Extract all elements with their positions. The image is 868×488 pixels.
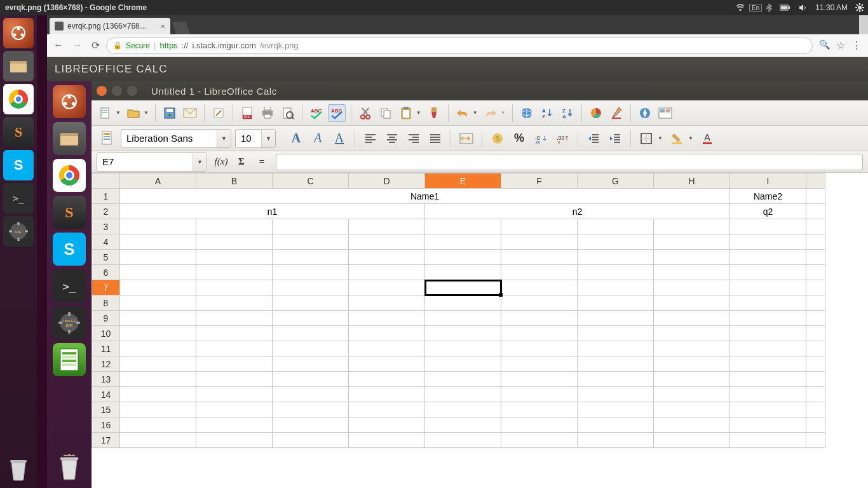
browser-tab-active[interactable]: evrqk.png (868×488… × [50, 18, 170, 34]
files-icon[interactable] [53, 122, 86, 155]
cell[interactable] [349, 341, 425, 356]
cell[interactable] [730, 265, 806, 280]
cell[interactable] [120, 280, 196, 295]
row-header[interactable]: 11 [92, 341, 120, 356]
cell[interactable] [425, 219, 501, 234]
cell[interactable] [730, 402, 806, 417]
cell[interactable] [501, 219, 578, 234]
cell[interactable] [120, 250, 196, 265]
cell[interactable] [273, 311, 349, 326]
font-name-combo[interactable]: ▼ [121, 129, 231, 148]
row-header[interactable]: 7 [92, 280, 120, 295]
javaee-ide-icon[interactable]: IDE [3, 216, 34, 247]
column-header[interactable]: E [425, 173, 501, 189]
cell[interactable] [196, 433, 273, 448]
cell[interactable] [196, 402, 273, 417]
volume-icon[interactable] [795, 4, 811, 11]
cell[interactable] [273, 295, 349, 311]
spellcheck-icon[interactable]: ABC [308, 104, 325, 122]
chrome-icon[interactable] [53, 159, 86, 192]
row-header[interactable]: 15 [92, 402, 120, 417]
cell[interactable] [578, 250, 654, 265]
cell[interactable] [425, 372, 501, 387]
language-indicator[interactable]: En [749, 4, 762, 12]
cell[interactable] [730, 417, 806, 433]
cell[interactable] [425, 387, 501, 402]
cell[interactable] [654, 280, 730, 295]
cell[interactable] [425, 402, 501, 417]
cell[interactable] [425, 311, 501, 326]
cell[interactable] [120, 326, 196, 341]
cell[interactable] [730, 387, 806, 402]
align-justify-icon[interactable] [426, 130, 444, 147]
cell[interactable] [349, 280, 425, 295]
cell[interactable] [349, 402, 425, 417]
cell[interactable] [501, 341, 578, 356]
cell[interactable] [501, 295, 578, 311]
chart-icon[interactable] [587, 104, 605, 122]
cell[interactable] [196, 280, 273, 295]
cell[interactable] [730, 280, 806, 295]
cell[interactable] [349, 417, 425, 433]
wifi-icon[interactable] [731, 3, 749, 12]
cell[interactable] [120, 341, 196, 356]
cell[interactable] [349, 326, 425, 341]
cell[interactable] [425, 356, 501, 372]
name-box-input[interactable] [97, 156, 193, 167]
cell[interactable] [273, 356, 349, 372]
row-header[interactable]: 10 [92, 326, 120, 341]
cell[interactable] [654, 234, 730, 250]
cell[interactable] [273, 341, 349, 356]
skype-icon[interactable]: S [53, 233, 86, 266]
address-bar[interactable]: 🔒 Secure | https://i.stack.imgur.com/evr… [106, 37, 813, 54]
dash-icon[interactable] [3, 18, 34, 48]
window-close-button[interactable] [97, 86, 107, 96]
cell[interactable] [196, 219, 273, 234]
cell[interactable] [425, 326, 501, 341]
cell[interactable] [578, 433, 654, 448]
cell[interactable] [273, 280, 349, 295]
cell[interactable] [578, 372, 654, 387]
font-name-input[interactable] [121, 133, 217, 144]
cell[interactable] [654, 372, 730, 387]
row-header[interactable]: 4 [92, 234, 120, 250]
cell[interactable] [578, 387, 654, 402]
battery-icon[interactable] [776, 4, 795, 11]
name-box[interactable]: ▼ [97, 152, 207, 172]
paste-icon[interactable] [397, 104, 415, 122]
back-button[interactable]: ← [53, 39, 64, 51]
cell[interactable] [120, 219, 196, 234]
email-icon[interactable] [181, 104, 199, 122]
remove-decimal-icon[interactable]: .00.0 [553, 130, 571, 147]
sublime-icon[interactable]: S [53, 196, 86, 229]
cell[interactable] [578, 326, 654, 341]
skype-icon[interactable]: S [3, 150, 34, 180]
cell[interactable]: n1 [120, 204, 425, 219]
percent-icon[interactable]: % [510, 130, 528, 147]
cell[interactable]: q2 [730, 204, 806, 219]
cell[interactable] [654, 326, 730, 341]
sort-asc-icon[interactable]: AZ [538, 104, 556, 122]
cell[interactable] [196, 250, 273, 265]
column-header[interactable]: B [196, 173, 273, 189]
styles-icon[interactable] [97, 128, 117, 149]
save-icon[interactable] [161, 104, 179, 122]
zoom-icon[interactable]: 🔍 [819, 39, 830, 51]
font-color-icon[interactable]: A [698, 130, 716, 147]
chevron-down-icon[interactable]: ▼ [261, 130, 275, 147]
add-decimal-icon[interactable]: .0.00 [532, 130, 550, 147]
row-header[interactable]: 13 [92, 372, 120, 387]
print-preview-icon[interactable] [279, 104, 297, 122]
chrome-scrollbar[interactable] [859, 15, 868, 34]
cell[interactable] [120, 234, 196, 250]
auto-spellcheck-icon[interactable]: ABC [328, 104, 346, 122]
row-header[interactable]: 1 [92, 189, 120, 204]
column-header[interactable]: A [120, 173, 196, 189]
row-header[interactable]: 2 [92, 204, 120, 219]
cell[interactable] [196, 417, 273, 433]
cell[interactable] [730, 326, 806, 341]
new-doc-icon[interactable] [97, 104, 114, 122]
cell[interactable] [425, 234, 501, 250]
chrome-menu-icon[interactable]: ⋮ [851, 39, 862, 51]
column-header[interactable]: C [273, 173, 349, 189]
